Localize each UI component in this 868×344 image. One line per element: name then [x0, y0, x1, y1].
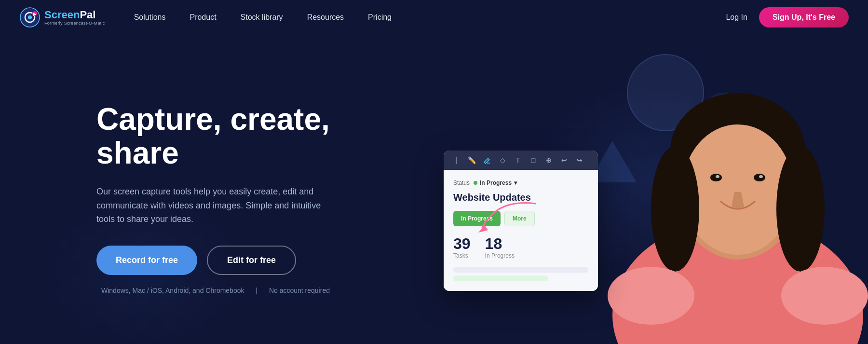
logo-brand: ScreenPal [44, 9, 105, 21]
navbar: ▶ ScreenPal Formerly Screencast-O-Matic … [0, 0, 868, 35]
toolbar-diamond-icon[interactable]: ◇ [498, 155, 507, 165]
hero-buttons: Record for free Edit for free [96, 246, 386, 275]
tasks-label: Tasks [453, 252, 471, 259]
toolbar-pencil-icon[interactable]: ✏️ [467, 155, 476, 165]
signup-button[interactable]: Sign Up, It's Free [759, 7, 849, 28]
toolbar-square-icon[interactable]: □ [529, 155, 538, 165]
nav-solutions[interactable]: Solutions [134, 11, 166, 24]
toolbar-undo-icon[interactable]: ↩ [559, 155, 569, 165]
status-dot [474, 181, 477, 185]
card-toolbar: | ✏️ ◇ T □ ⊕ ↩ ↪ [444, 151, 598, 170]
nav-links: Solutions Product Stock library Resource… [134, 11, 726, 24]
logo-area: ▶ ScreenPal Formerly Screencast-O-Matic [19, 7, 105, 28]
no-account-text: No account required [269, 287, 330, 294]
nav-stock-library[interactable]: Stock library [241, 11, 283, 24]
toolbar-redo-icon[interactable]: ↪ [575, 155, 584, 165]
login-button[interactable]: Log In [726, 13, 747, 22]
hero-visual: | ✏️ ◇ T □ ⊕ ↩ ↪ Status In Progress [434, 35, 868, 344]
card-blurred-row-1 [453, 267, 588, 273]
screenpal-logo-icon: ▶ [19, 7, 41, 28]
status-badge: In Progress ▾ [474, 179, 517, 186]
hero-title: Capture, create, share [96, 102, 386, 170]
edit-free-button[interactable]: Edit for free [207, 246, 296, 275]
toolbar-divider-icon: | [451, 155, 461, 165]
svg-point-18 [608, 267, 694, 325]
nav-pricing[interactable]: Pricing [368, 11, 392, 24]
svg-point-16 [651, 146, 699, 272]
hero-content: Capture, create, share Our screen captur… [96, 64, 386, 294]
nav-product[interactable]: Product [190, 11, 216, 24]
status-label: Status [453, 179, 470, 186]
nav-right: Log In Sign Up, It's Free [726, 7, 849, 28]
record-free-button[interactable]: Record for free [96, 246, 197, 275]
logo-text: ScreenPal Formerly Screencast-O-Matic [44, 9, 105, 26]
logo-formerly: Formerly Screencast-O-Matic [44, 21, 105, 26]
status-chevron: ▾ [514, 179, 517, 186]
toolbar-eraser-icon[interactable] [482, 155, 492, 165]
svg-point-14 [716, 175, 719, 178]
card-blurred-row-2 [453, 275, 548, 281]
hero-note: Windows, Mac / iOS, Android, and Chromeb… [96, 287, 386, 294]
toolbar-zoom-icon[interactable]: ⊕ [544, 155, 554, 165]
annotation-arrow [458, 194, 555, 242]
svg-point-12 [710, 174, 722, 181]
svg-point-13 [754, 174, 765, 181]
svg-point-2 [28, 15, 32, 19]
in-progress-label: In Progress [485, 252, 515, 259]
card-status-row: Status In Progress ▾ [453, 179, 588, 186]
toolbar-text-icon[interactable]: T [513, 155, 523, 165]
note-separator: | [256, 287, 258, 294]
svg-point-17 [776, 146, 825, 272]
hero-section: Capture, create, share Our screen captur… [0, 35, 868, 344]
svg-point-11 [682, 124, 793, 255]
svg-text:▶: ▶ [33, 12, 37, 16]
person-illustration [569, 35, 868, 344]
svg-point-15 [759, 175, 763, 178]
platforms-text: Windows, Mac / iOS, Android, and Chromeb… [101, 287, 244, 294]
nav-resources[interactable]: Resources [307, 11, 344, 24]
svg-point-19 [781, 267, 868, 325]
hero-subtitle: Our screen capture tools help you easily… [96, 185, 328, 226]
logo[interactable]: ▶ ScreenPal Formerly Screencast-O-Matic [19, 7, 105, 28]
status-value: In Progress [480, 179, 512, 186]
